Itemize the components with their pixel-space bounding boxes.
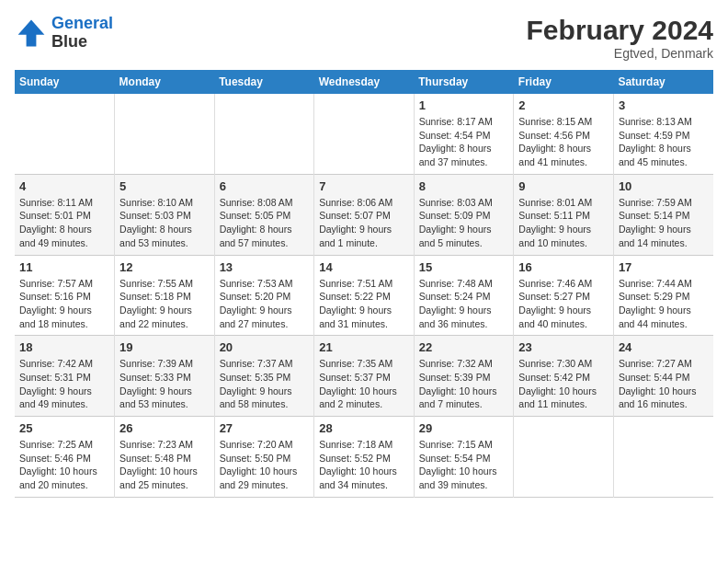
calendar-day-13: 13Sunrise: 7:53 AM Sunset: 5:20 PM Dayli… — [214, 255, 314, 336]
day-number: 12 — [119, 260, 210, 274]
day-number: 26 — [119, 421, 210, 435]
calendar-day-5: 5Sunrise: 8:10 AM Sunset: 5:03 PM Daylig… — [115, 174, 215, 255]
calendar-day-11: 11Sunrise: 7:57 AM Sunset: 5:16 PM Dayli… — [15, 255, 115, 336]
day-header-saturday: Saturday — [613, 70, 713, 94]
logo-text: GeneralBlue — [51, 15, 113, 52]
logo-icon — [15, 17, 48, 50]
svg-marker-0 — [18, 19, 45, 46]
day-number: 6 — [220, 179, 310, 193]
day-detail: Sunrise: 7:55 AM Sunset: 5:18 PM Dayligh… — [119, 277, 210, 331]
calendar-empty-cell — [214, 94, 314, 174]
day-detail: Sunrise: 7:59 AM Sunset: 5:14 PM Dayligh… — [619, 196, 709, 250]
calendar-day-7: 7Sunrise: 8:06 AM Sunset: 5:07 PM Daylig… — [314, 174, 415, 255]
day-number: 21 — [319, 340, 409, 354]
day-header-sunday: Sunday — [15, 70, 115, 94]
day-number: 15 — [419, 260, 509, 274]
calendar-empty-cell — [514, 417, 614, 498]
day-detail: Sunrise: 8:15 AM Sunset: 4:56 PM Dayligh… — [518, 115, 609, 169]
calendar-day-25: 25Sunrise: 7:25 AM Sunset: 5:46 PM Dayli… — [15, 417, 115, 498]
calendar-empty-cell — [613, 417, 713, 498]
day-number: 25 — [19, 421, 109, 435]
day-detail: Sunrise: 7:53 AM Sunset: 5:20 PM Dayligh… — [220, 277, 310, 331]
day-detail: Sunrise: 7:25 AM Sunset: 5:46 PM Dayligh… — [19, 438, 109, 492]
calendar-day-19: 19Sunrise: 7:39 AM Sunset: 5:33 PM Dayli… — [115, 336, 215, 417]
calendar-week-row: 11Sunrise: 7:57 AM Sunset: 5:16 PM Dayli… — [15, 255, 713, 336]
day-detail: Sunrise: 7:20 AM Sunset: 5:50 PM Dayligh… — [220, 438, 310, 492]
calendar-empty-cell — [115, 94, 215, 174]
calendar-table: SundayMondayTuesdayWednesdayThursdayFrid… — [15, 70, 713, 498]
day-detail: Sunrise: 7:35 AM Sunset: 5:37 PM Dayligh… — [319, 357, 409, 411]
calendar-day-16: 16Sunrise: 7:46 AM Sunset: 5:27 PM Dayli… — [514, 255, 614, 336]
day-number: 23 — [518, 340, 609, 354]
calendar-day-3: 3Sunrise: 8:13 AM Sunset: 4:59 PM Daylig… — [613, 94, 713, 174]
day-detail: Sunrise: 7:46 AM Sunset: 5:27 PM Dayligh… — [518, 277, 609, 331]
day-number: 8 — [419, 179, 509, 193]
calendar-day-17: 17Sunrise: 7:44 AM Sunset: 5:29 PM Dayli… — [613, 255, 713, 336]
day-detail: Sunrise: 8:06 AM Sunset: 5:07 PM Dayligh… — [319, 196, 409, 250]
day-detail: Sunrise: 7:57 AM Sunset: 5:16 PM Dayligh… — [19, 277, 109, 331]
calendar-day-12: 12Sunrise: 7:55 AM Sunset: 5:18 PM Dayli… — [115, 255, 215, 336]
day-header-tuesday: Tuesday — [214, 70, 314, 94]
day-detail: Sunrise: 8:03 AM Sunset: 5:09 PM Dayligh… — [419, 196, 509, 250]
day-number: 7 — [319, 179, 409, 193]
day-detail: Sunrise: 7:48 AM Sunset: 5:24 PM Dayligh… — [419, 277, 509, 331]
calendar-header-row: SundayMondayTuesdayWednesdayThursdayFrid… — [15, 70, 713, 94]
calendar-week-row: 25Sunrise: 7:25 AM Sunset: 5:46 PM Dayli… — [15, 417, 713, 498]
day-detail: Sunrise: 7:27 AM Sunset: 5:44 PM Dayligh… — [619, 357, 709, 411]
calendar-day-4: 4Sunrise: 8:11 AM Sunset: 5:01 PM Daylig… — [15, 174, 115, 255]
day-header-friday: Friday — [514, 70, 614, 94]
day-detail: Sunrise: 7:18 AM Sunset: 5:52 PM Dayligh… — [319, 438, 409, 492]
day-number: 24 — [619, 340, 709, 354]
day-detail: Sunrise: 8:13 AM Sunset: 4:59 PM Dayligh… — [619, 115, 709, 169]
calendar-day-27: 27Sunrise: 7:20 AM Sunset: 5:50 PM Dayli… — [214, 417, 314, 498]
day-detail: Sunrise: 8:17 AM Sunset: 4:54 PM Dayligh… — [419, 115, 509, 169]
day-header-wednesday: Wednesday — [314, 70, 415, 94]
calendar-day-22: 22Sunrise: 7:32 AM Sunset: 5:39 PM Dayli… — [414, 336, 514, 417]
page-header: GeneralBlue February 2024 Egtved, Denmar… — [15, 15, 713, 61]
main-title: February 2024 — [527, 15, 713, 46]
calendar-day-23: 23Sunrise: 7:30 AM Sunset: 5:42 PM Dayli… — [514, 336, 614, 417]
day-number: 1 — [419, 98, 509, 112]
calendar-day-10: 10Sunrise: 7:59 AM Sunset: 5:14 PM Dayli… — [613, 174, 713, 255]
calendar-day-9: 9Sunrise: 8:01 AM Sunset: 5:11 PM Daylig… — [514, 174, 614, 255]
calendar-week-row: 1Sunrise: 8:17 AM Sunset: 4:54 PM Daylig… — [15, 94, 713, 174]
day-number: 3 — [619, 98, 709, 112]
day-number: 11 — [19, 260, 109, 274]
calendar-empty-cell — [314, 94, 415, 174]
day-detail: Sunrise: 7:42 AM Sunset: 5:31 PM Dayligh… — [19, 357, 109, 411]
day-detail: Sunrise: 8:01 AM Sunset: 5:11 PM Dayligh… — [518, 196, 609, 250]
day-number: 9 — [518, 179, 609, 193]
day-detail: Sunrise: 7:37 AM Sunset: 5:35 PM Dayligh… — [220, 357, 310, 411]
day-number: 22 — [419, 340, 509, 354]
title-area: February 2024 Egtved, Denmark — [527, 15, 713, 61]
day-number: 19 — [119, 340, 210, 354]
day-detail: Sunrise: 7:51 AM Sunset: 5:22 PM Dayligh… — [319, 277, 409, 331]
calendar-week-row: 4Sunrise: 8:11 AM Sunset: 5:01 PM Daylig… — [15, 174, 713, 255]
day-number: 2 — [518, 98, 609, 112]
day-detail: Sunrise: 7:23 AM Sunset: 5:48 PM Dayligh… — [119, 438, 210, 492]
day-detail: Sunrise: 8:11 AM Sunset: 5:01 PM Dayligh… — [19, 196, 109, 250]
calendar-day-8: 8Sunrise: 8:03 AM Sunset: 5:09 PM Daylig… — [414, 174, 514, 255]
day-number: 4 — [19, 179, 109, 193]
day-number: 28 — [319, 421, 409, 435]
calendar-empty-cell — [15, 94, 115, 174]
day-detail: Sunrise: 7:44 AM Sunset: 5:29 PM Dayligh… — [619, 277, 709, 331]
calendar-day-2: 2Sunrise: 8:15 AM Sunset: 4:56 PM Daylig… — [514, 94, 614, 174]
day-number: 13 — [220, 260, 310, 274]
calendar-day-15: 15Sunrise: 7:48 AM Sunset: 5:24 PM Dayli… — [414, 255, 514, 336]
day-detail: Sunrise: 7:15 AM Sunset: 5:54 PM Dayligh… — [419, 438, 509, 492]
logo: GeneralBlue — [15, 15, 113, 52]
day-number: 14 — [319, 260, 409, 274]
day-detail: Sunrise: 8:10 AM Sunset: 5:03 PM Dayligh… — [119, 196, 210, 250]
calendar-week-row: 18Sunrise: 7:42 AM Sunset: 5:31 PM Dayli… — [15, 336, 713, 417]
day-number: 20 — [220, 340, 310, 354]
day-detail: Sunrise: 7:30 AM Sunset: 5:42 PM Dayligh… — [518, 357, 609, 411]
calendar-day-1: 1Sunrise: 8:17 AM Sunset: 4:54 PM Daylig… — [414, 94, 514, 174]
day-detail: Sunrise: 7:32 AM Sunset: 5:39 PM Dayligh… — [419, 357, 509, 411]
calendar-day-29: 29Sunrise: 7:15 AM Sunset: 5:54 PM Dayli… — [414, 417, 514, 498]
calendar-day-20: 20Sunrise: 7:37 AM Sunset: 5:35 PM Dayli… — [214, 336, 314, 417]
day-number: 10 — [619, 179, 709, 193]
day-number: 16 — [518, 260, 609, 274]
sub-title: Egtved, Denmark — [527, 46, 713, 61]
day-detail: Sunrise: 7:39 AM Sunset: 5:33 PM Dayligh… — [119, 357, 210, 411]
